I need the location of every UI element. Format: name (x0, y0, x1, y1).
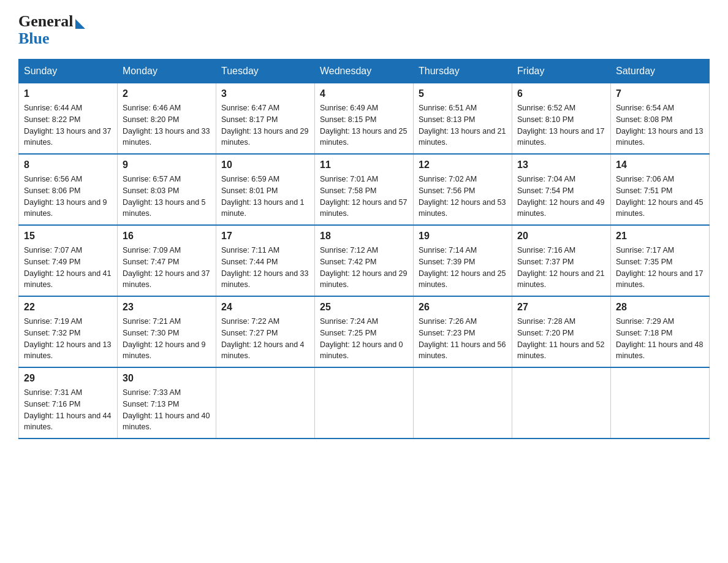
logo-general: General (18, 12, 74, 31)
day-info: Sunrise: 7:06 AM Sunset: 7:51 PM Dayligh… (616, 174, 704, 220)
day-number: 7 (616, 88, 704, 99)
calendar-week-3: 15 Sunrise: 7:07 AM Sunset: 7:49 PM Dayl… (19, 225, 710, 296)
column-header-monday: Monday (118, 59, 216, 83)
column-header-saturday: Saturday (611, 59, 710, 83)
calendar-header: SundayMondayTuesdayWednesdayThursdayFrid… (19, 59, 710, 83)
day-number: 5 (419, 88, 507, 99)
day-info: Sunrise: 6:59 AM Sunset: 8:01 PM Dayligh… (221, 174, 309, 220)
calendar-cell (512, 367, 611, 439)
logo: General Blue (18, 12, 85, 48)
day-number: 9 (123, 159, 211, 170)
day-number: 13 (517, 159, 605, 170)
calendar-cell: 5 Sunrise: 6:51 AM Sunset: 8:13 PM Dayli… (414, 83, 512, 155)
calendar-week-4: 22 Sunrise: 7:19 AM Sunset: 7:32 PM Dayl… (19, 296, 710, 367)
day-number: 22 (24, 302, 112, 313)
calendar-cell: 25 Sunrise: 7:24 AM Sunset: 7:25 PM Dayl… (315, 296, 414, 367)
calendar-cell: 22 Sunrise: 7:19 AM Sunset: 7:32 PM Dayl… (19, 296, 118, 367)
day-number: 6 (517, 88, 605, 99)
calendar-cell: 1 Sunrise: 6:44 AM Sunset: 8:22 PM Dayli… (19, 83, 118, 155)
day-info: Sunrise: 6:52 AM Sunset: 8:10 PM Dayligh… (517, 102, 605, 148)
column-header-sunday: Sunday (19, 59, 118, 83)
calendar-cell (315, 367, 414, 439)
day-number: 28 (616, 302, 704, 313)
day-info: Sunrise: 7:17 AM Sunset: 7:35 PM Dayligh… (616, 245, 704, 291)
calendar-cell: 18 Sunrise: 7:12 AM Sunset: 7:42 PM Dayl… (315, 225, 414, 296)
day-info: Sunrise: 7:31 AM Sunset: 7:16 PM Dayligh… (24, 387, 112, 433)
day-info: Sunrise: 7:07 AM Sunset: 7:49 PM Dayligh… (24, 245, 112, 291)
day-number: 19 (419, 231, 507, 242)
calendar-week-5: 29 Sunrise: 7:31 AM Sunset: 7:16 PM Dayl… (19, 367, 710, 439)
column-header-friday: Friday (512, 59, 611, 83)
calendar-cell: 24 Sunrise: 7:22 AM Sunset: 7:27 PM Dayl… (216, 296, 315, 367)
calendar-cell: 26 Sunrise: 7:26 AM Sunset: 7:23 PM Dayl… (414, 296, 512, 367)
calendar-cell: 13 Sunrise: 7:04 AM Sunset: 7:54 PM Dayl… (512, 154, 611, 225)
day-info: Sunrise: 6:54 AM Sunset: 8:08 PM Dayligh… (616, 102, 704, 148)
calendar-cell: 7 Sunrise: 6:54 AM Sunset: 8:08 PM Dayli… (611, 83, 710, 155)
calendar-cell: 10 Sunrise: 6:59 AM Sunset: 8:01 PM Dayl… (216, 154, 315, 225)
day-info: Sunrise: 7:16 AM Sunset: 7:37 PM Dayligh… (517, 245, 605, 291)
day-info: Sunrise: 7:11 AM Sunset: 7:44 PM Dayligh… (221, 245, 309, 291)
calendar-cell: 17 Sunrise: 7:11 AM Sunset: 7:44 PM Dayl… (216, 225, 315, 296)
day-number: 2 (123, 88, 211, 99)
day-number: 8 (24, 159, 112, 170)
day-number: 21 (616, 231, 704, 242)
column-header-thursday: Thursday (414, 59, 512, 83)
day-number: 4 (320, 88, 408, 99)
day-number: 18 (320, 231, 408, 242)
day-info: Sunrise: 7:19 AM Sunset: 7:32 PM Dayligh… (24, 316, 112, 362)
day-info: Sunrise: 7:22 AM Sunset: 7:27 PM Dayligh… (221, 316, 309, 362)
calendar-cell (611, 367, 710, 439)
calendar-cell: 16 Sunrise: 7:09 AM Sunset: 7:47 PM Dayl… (118, 225, 216, 296)
column-header-wednesday: Wednesday (315, 59, 414, 83)
calendar-cell: 19 Sunrise: 7:14 AM Sunset: 7:39 PM Dayl… (414, 225, 512, 296)
day-info: Sunrise: 6:57 AM Sunset: 8:03 PM Dayligh… (123, 174, 211, 220)
day-number: 26 (419, 302, 507, 313)
day-number: 3 (221, 88, 309, 99)
calendar-cell: 28 Sunrise: 7:29 AM Sunset: 7:18 PM Dayl… (611, 296, 710, 367)
calendar-cell: 30 Sunrise: 7:33 AM Sunset: 7:13 PM Dayl… (118, 367, 216, 439)
day-info: Sunrise: 6:56 AM Sunset: 8:06 PM Dayligh… (24, 174, 112, 220)
day-number: 27 (517, 302, 605, 313)
calendar-cell: 14 Sunrise: 7:06 AM Sunset: 7:51 PM Dayl… (611, 154, 710, 225)
day-number: 20 (517, 231, 605, 242)
day-info: Sunrise: 6:46 AM Sunset: 8:20 PM Dayligh… (123, 102, 211, 148)
calendar-cell: 27 Sunrise: 7:28 AM Sunset: 7:20 PM Dayl… (512, 296, 611, 367)
logo-blue: Blue (18, 29, 50, 48)
calendar-cell: 11 Sunrise: 7:01 AM Sunset: 7:58 PM Dayl… (315, 154, 414, 225)
day-info: Sunrise: 7:33 AM Sunset: 7:13 PM Dayligh… (123, 387, 211, 433)
day-info: Sunrise: 7:24 AM Sunset: 7:25 PM Dayligh… (320, 316, 408, 362)
calendar-cell: 15 Sunrise: 7:07 AM Sunset: 7:49 PM Dayl… (19, 225, 118, 296)
calendar-week-1: 1 Sunrise: 6:44 AM Sunset: 8:22 PM Dayli… (19, 83, 710, 155)
day-info: Sunrise: 6:51 AM Sunset: 8:13 PM Dayligh… (419, 102, 507, 148)
day-number: 25 (320, 302, 408, 313)
day-number: 30 (123, 373, 211, 384)
calendar-cell: 9 Sunrise: 6:57 AM Sunset: 8:03 PM Dayli… (118, 154, 216, 225)
calendar-cell: 29 Sunrise: 7:31 AM Sunset: 7:16 PM Dayl… (19, 367, 118, 439)
day-number: 12 (419, 159, 507, 170)
day-number: 23 (123, 302, 211, 313)
calendar-cell: 21 Sunrise: 7:17 AM Sunset: 7:35 PM Dayl… (611, 225, 710, 296)
calendar-cell (414, 367, 512, 439)
day-number: 16 (123, 231, 211, 242)
day-number: 1 (24, 88, 112, 99)
calendar-cell: 8 Sunrise: 6:56 AM Sunset: 8:06 PM Dayli… (19, 154, 118, 225)
day-number: 10 (221, 159, 309, 170)
day-info: Sunrise: 7:04 AM Sunset: 7:54 PM Dayligh… (517, 174, 605, 220)
calendar-cell: 3 Sunrise: 6:47 AM Sunset: 8:17 PM Dayli… (216, 83, 315, 155)
calendar-cell: 2 Sunrise: 6:46 AM Sunset: 8:20 PM Dayli… (118, 83, 216, 155)
calendar-cell: 12 Sunrise: 7:02 AM Sunset: 7:56 PM Dayl… (414, 154, 512, 225)
day-info: Sunrise: 7:28 AM Sunset: 7:20 PM Dayligh… (517, 316, 605, 362)
day-info: Sunrise: 7:26 AM Sunset: 7:23 PM Dayligh… (419, 316, 507, 362)
day-info: Sunrise: 6:49 AM Sunset: 8:15 PM Dayligh… (320, 102, 408, 148)
page-header: General Blue (18, 12, 710, 48)
day-number: 14 (616, 159, 704, 170)
calendar-week-2: 8 Sunrise: 6:56 AM Sunset: 8:06 PM Dayli… (19, 154, 710, 225)
column-header-tuesday: Tuesday (216, 59, 315, 83)
calendar-cell: 4 Sunrise: 6:49 AM Sunset: 8:15 PM Dayli… (315, 83, 414, 155)
calendar-cell: 20 Sunrise: 7:16 AM Sunset: 7:37 PM Dayl… (512, 225, 611, 296)
calendar-cell (216, 367, 315, 439)
day-info: Sunrise: 7:02 AM Sunset: 7:56 PM Dayligh… (419, 174, 507, 220)
day-info: Sunrise: 7:12 AM Sunset: 7:42 PM Dayligh… (320, 245, 408, 291)
day-info: Sunrise: 7:14 AM Sunset: 7:39 PM Dayligh… (419, 245, 507, 291)
day-info: Sunrise: 6:47 AM Sunset: 8:17 PM Dayligh… (221, 102, 309, 148)
